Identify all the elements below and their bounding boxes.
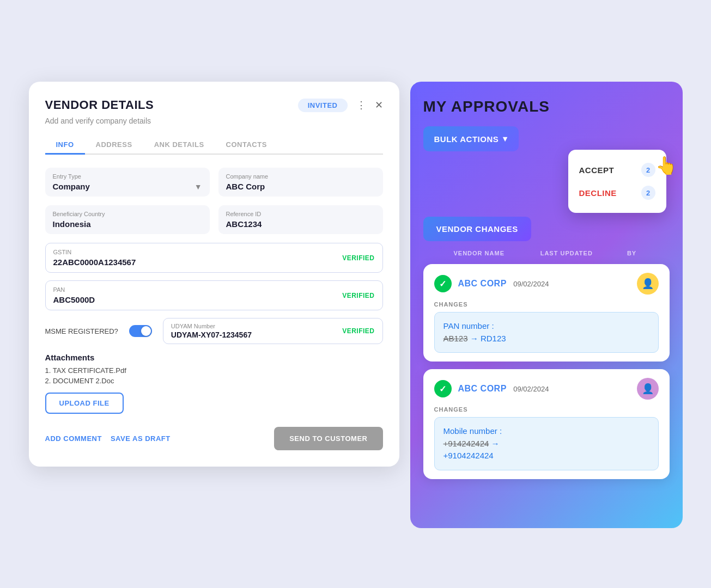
udyam-value: UDYAM-XY07-1234567 bbox=[171, 330, 252, 339]
reference-id-label: Reference ID bbox=[226, 211, 375, 217]
approvals-title: MY APPROVALS bbox=[423, 98, 670, 115]
card-2-change-title: Mobile number : bbox=[443, 426, 502, 436]
attachment-1: 1. TAX CERTIFICATE.Pdf bbox=[45, 366, 383, 375]
vendor-footer: ADD COMMENT SAVE AS DRAFT SEND TO CUSTOM… bbox=[45, 427, 383, 450]
entry-type-select[interactable]: Company ▼ bbox=[53, 182, 202, 191]
tabs-container: INFO ADDRESS ANK DETAILS CONTACTS bbox=[45, 136, 383, 155]
card-1-changes-label: CHANGES bbox=[434, 301, 659, 308]
card-2-changes-text: Mobile number : +914242424 → +9104242424 bbox=[443, 425, 649, 462]
entry-company-row: Entry Type Company ▼ Company name ABC Co… bbox=[45, 168, 383, 197]
msme-label: MSME REGISTERED? bbox=[45, 327, 118, 335]
col-header-last-updated: LAST UPDATED bbox=[540, 250, 621, 256]
card-2-date: 09/02/2024 bbox=[513, 385, 549, 393]
chevron-down-icon: ▾ bbox=[503, 134, 508, 144]
arrow-icon-1: → bbox=[470, 334, 481, 343]
card-1-changes-text: PAN number : AB123 → RD123 bbox=[443, 320, 649, 345]
close-button[interactable]: ✕ bbox=[375, 99, 383, 111]
decline-label: DECLINE bbox=[579, 188, 617, 198]
card-2-change-from: +914242424 bbox=[443, 439, 489, 448]
decline-dropdown-item[interactable]: DECLINE 2 bbox=[579, 181, 655, 204]
msme-toggle[interactable] bbox=[129, 325, 152, 337]
company-name-label: Company name bbox=[226, 173, 375, 180]
col-header-vendor-name: VENDOR NAME bbox=[454, 250, 534, 256]
gstin-verified-badge: VERIFIED bbox=[342, 254, 374, 262]
card-1-change-title: PAN number : bbox=[443, 321, 494, 330]
bulk-actions-label: BULK ACTIONS bbox=[434, 134, 499, 144]
pan-inner: PAN ABC5000D bbox=[53, 286, 95, 304]
avatar-2: 👤 bbox=[637, 378, 659, 400]
cursor-hand-icon: 👆 bbox=[655, 155, 677, 176]
accept-label: ACCEPT bbox=[579, 166, 615, 175]
approval-card-2: ✓ ABC CORP 09/02/2024 👤 CHANGES Mobile n… bbox=[423, 369, 670, 479]
attachments-title: Attachments bbox=[45, 353, 383, 362]
udyam-field[interactable]: UDYAM Number UDYAM-XY07-1234567 VERIFIED bbox=[163, 318, 383, 344]
add-comment-button[interactable]: ADD COMMENT bbox=[45, 434, 102, 443]
chevron-down-icon: ▼ bbox=[195, 182, 202, 191]
entry-type-label: Entry Type bbox=[53, 173, 202, 180]
check-circle-icon-1: ✓ bbox=[434, 275, 452, 292]
vendor-subtitle: Add and verify company details bbox=[45, 117, 383, 125]
arrow-icon-2: → bbox=[491, 439, 500, 448]
gstin-field[interactable]: GSTIN 22ABC0000A1234567 VERIFIED bbox=[45, 243, 383, 273]
tab-info[interactable]: INFO bbox=[45, 136, 85, 155]
card-2-change-to: +9104242424 bbox=[443, 451, 494, 460]
gstin-value: 22ABC0000A1234567 bbox=[53, 258, 136, 267]
udyam-inner: UDYAM Number UDYAM-XY07-1234567 bbox=[171, 323, 252, 339]
card-2-header: ✓ ABC CORP 09/02/2024 👤 bbox=[434, 378, 659, 400]
card-2-changes-box: Mobile number : +914242424 → +9104242424 bbox=[434, 417, 659, 470]
udyam-label: UDYAM Number bbox=[171, 323, 252, 329]
card-1-changes-box: PAN number : AB123 → RD123 bbox=[434, 312, 659, 353]
beneficiary-country-label: Beneficiary Country bbox=[53, 211, 202, 217]
pan-value: ABC5000D bbox=[53, 295, 95, 304]
vendor-changes-button[interactable]: VENDOR CHANGES bbox=[423, 217, 531, 241]
more-options-button[interactable]: ⋮ bbox=[354, 99, 368, 111]
tab-ank-details[interactable]: ANK DETAILS bbox=[143, 136, 215, 155]
pan-verified-badge: VERIFIED bbox=[342, 292, 374, 299]
approvals-panel: MY APPROVALS BULK ACTIONS ▾ ACCEPT 2 DEC… bbox=[410, 82, 683, 528]
header-right: INVITED ⋮ ✕ bbox=[298, 99, 383, 112]
entry-type-value: Company bbox=[53, 182, 90, 191]
tab-address[interactable]: ADDRESS bbox=[85, 136, 143, 155]
attachment-2: 2. DOCUMENT 2.Doc bbox=[45, 377, 383, 385]
reference-id-field: Reference ID ABC1234 bbox=[218, 205, 383, 234]
status-badge: INVITED bbox=[298, 99, 348, 112]
card-1-change-from: AB123 bbox=[443, 334, 468, 343]
accept-count: 2 bbox=[641, 163, 655, 177]
pan-label: PAN bbox=[53, 286, 95, 293]
avatar-1: 👤 bbox=[637, 273, 659, 295]
beneficiary-country-value: Indonesia bbox=[53, 219, 202, 229]
gstin-inner: GSTIN 22ABC0000A1234567 bbox=[53, 249, 136, 267]
vendor-title: VENDOR DETAILS bbox=[45, 98, 154, 112]
reference-id-value: ABC1234 bbox=[226, 219, 375, 229]
approval-card-1: ✓ ABC CORP 09/02/2024 👤 CHANGES PAN numb… bbox=[423, 264, 670, 362]
bulk-actions-dropdown: ACCEPT 2 DECLINE 2 👆 bbox=[568, 150, 666, 213]
udyam-verified-badge: VERIFIED bbox=[342, 327, 374, 335]
send-to-customer-button[interactable]: SEND TO CUSTOMER bbox=[274, 427, 382, 450]
beneficiary-country-field: Beneficiary Country Indonesia bbox=[45, 205, 210, 234]
entry-type-field: Entry Type Company ▼ bbox=[45, 168, 210, 197]
card-2-company-info: ABC CORP 09/02/2024 bbox=[458, 384, 549, 394]
card-1-header: ✓ ABC CORP 09/02/2024 👤 bbox=[434, 273, 659, 295]
vendor-header: VENDOR DETAILS INVITED ⋮ ✕ bbox=[45, 98, 383, 112]
msme-row: MSME REGISTERED? UDYAM Number UDYAM-XY07… bbox=[45, 318, 383, 344]
col-header-by: BY bbox=[627, 250, 667, 256]
gstin-label: GSTIN bbox=[53, 249, 136, 255]
decline-count: 2 bbox=[641, 186, 655, 200]
company-name-value: ABC Corp bbox=[226, 182, 375, 191]
card-2-company: ABC CORP bbox=[458, 384, 507, 393]
save-draft-button[interactable]: SAVE AS DRAFT bbox=[111, 434, 171, 443]
approvals-background: MY APPROVALS BULK ACTIONS ▾ ACCEPT 2 DEC… bbox=[410, 82, 683, 528]
card-1-company: ABC CORP bbox=[458, 279, 507, 288]
attachments-section: Attachments 1. TAX CERTIFICATE.Pdf 2. DO… bbox=[45, 353, 383, 414]
card-1-date: 09/02/2024 bbox=[513, 280, 549, 288]
check-circle-icon-2: ✓ bbox=[434, 380, 452, 397]
bulk-actions-bar: BULK ACTIONS ▾ bbox=[423, 126, 670, 151]
bulk-actions-button[interactable]: BULK ACTIONS ▾ bbox=[423, 126, 519, 151]
company-name-field: Company name ABC Corp bbox=[218, 168, 383, 197]
country-reference-row: Beneficiary Country Indonesia Reference … bbox=[45, 205, 383, 234]
tab-contacts[interactable]: CONTACTS bbox=[215, 136, 278, 155]
card-1-company-info: ABC CORP 09/02/2024 bbox=[458, 279, 549, 289]
pan-field[interactable]: PAN ABC5000D VERIFIED bbox=[45, 280, 383, 310]
accept-dropdown-item[interactable]: ACCEPT 2 bbox=[579, 158, 655, 181]
upload-file-button[interactable]: UPLOAD FILE bbox=[45, 393, 124, 414]
